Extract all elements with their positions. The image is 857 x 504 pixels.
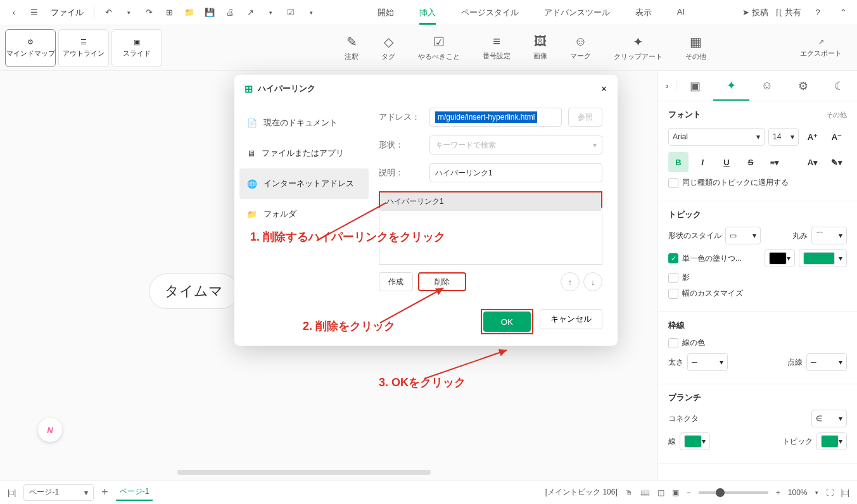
back-icon[interactable]: ‹: [5, 4, 23, 22]
help-icon[interactable]: ?: [809, 4, 827, 22]
side-tab-style[interactable]: ▣: [677, 71, 713, 101]
font-color-button[interactable]: A▾: [803, 152, 823, 172]
font-size-select[interactable]: 14▾: [768, 128, 799, 146]
d2-icon[interactable]: ▾: [302, 4, 320, 22]
connector-select[interactable]: ∈▾: [811, 410, 847, 427]
post-button[interactable]: ➤投稿: [742, 7, 768, 18]
tool-clipart[interactable]: ✦クリップアート: [614, 34, 663, 61]
sidebar-item-folder[interactable]: 📁フォルダ: [239, 199, 369, 229]
close-icon[interactable]: ✕: [600, 84, 607, 94]
align-button[interactable]: ≡▾: [765, 152, 785, 172]
underline-button[interactable]: U: [716, 152, 737, 172]
panel-left-icon[interactable]: |□|: [8, 488, 16, 497]
round-select[interactable]: ⌒▾: [811, 227, 847, 244]
sidebar-item-file-app[interactable]: 🖥ファイルまたはアプリ: [239, 138, 369, 168]
hyperlink-list[interactable]: ハイパーリンク1: [379, 191, 602, 208]
tab-start[interactable]: 開始: [378, 2, 394, 23]
tab-ai[interactable]: AI: [677, 2, 685, 23]
view-slide[interactable]: ▣スライド: [111, 29, 162, 67]
export-icon[interactable]: ↗: [241, 4, 259, 22]
zoom-dropdown-icon[interactable]: ▾: [815, 489, 818, 496]
zoom-slider[interactable]: [699, 491, 768, 494]
fill-black-swatch[interactable]: ▾: [765, 249, 795, 267]
tool-todo[interactable]: ☑やるべきこと: [418, 34, 460, 61]
redo-dropdown-icon[interactable]: ▾: [120, 4, 137, 22]
ok-button[interactable]: OK: [483, 312, 531, 332]
side-tab-moon[interactable]: ☾: [821, 71, 857, 101]
file-menu[interactable]: ファイル: [46, 7, 89, 18]
panel-right-icon[interactable]: |□|: [841, 488, 849, 497]
side-tab-ai[interactable]: ✦: [713, 71, 749, 101]
horizontal-scrollbar[interactable]: [177, 470, 431, 475]
font-more[interactable]: その他: [826, 110, 847, 120]
zoom-out-icon[interactable]: −: [687, 488, 691, 497]
d1-icon[interactable]: ▾: [262, 4, 279, 22]
sidebar-item-internet[interactable]: 🌐インターネットアドレス: [239, 168, 369, 199]
tab-advanced[interactable]: アドバンスツール: [544, 2, 610, 23]
fill-green-swatch[interactable]: ▾: [799, 249, 847, 267]
side-tab-emoji[interactable]: ☺: [749, 71, 785, 101]
share-button[interactable]: ⌈⌊共有: [776, 7, 801, 18]
address-input[interactable]: m/guide/insert-hyperlink.html: [429, 108, 562, 127]
fit-icon[interactable]: ▣: [672, 488, 679, 497]
topic-node[interactable]: タイムマ: [149, 274, 239, 309]
dotted-select[interactable]: ─▾: [806, 353, 847, 371]
view-mindmap[interactable]: ⚙マインドマップ: [5, 29, 56, 67]
cancel-button[interactable]: キャンセル: [540, 309, 602, 329]
tool-mark[interactable]: ☺マーク: [570, 34, 591, 61]
redo-icon[interactable]: ↷: [140, 4, 158, 22]
tab-view[interactable]: 表示: [635, 2, 652, 23]
font-family-select[interactable]: Arial▾: [668, 128, 765, 146]
up-button[interactable]: ↑: [561, 272, 580, 291]
two-page-icon[interactable]: ◫: [657, 488, 664, 497]
save-icon[interactable]: 💾: [201, 4, 219, 22]
tool-other[interactable]: ▦その他: [685, 34, 706, 61]
ai-fab[interactable]: N: [38, 418, 62, 442]
width-checkbox[interactable]: [668, 289, 678, 299]
tab-insert[interactable]: 挿入: [419, 2, 436, 23]
open-icon[interactable]: 📁: [181, 4, 198, 22]
undo-icon[interactable]: ↶: [99, 4, 117, 22]
branch-topic-color[interactable]: ▾: [816, 432, 847, 450]
menu-icon[interactable]: ☰: [25, 4, 43, 22]
tool-image[interactable]: 🖼画像: [533, 34, 547, 61]
branch-line-color[interactable]: ▾: [680, 432, 710, 450]
view-outline[interactable]: ☰アウトライン: [58, 29, 109, 67]
page-tab-1[interactable]: ページ-1: [116, 484, 153, 501]
fill-checkbox[interactable]: ✓: [668, 253, 678, 263]
share-icon[interactable]: ☑: [282, 4, 300, 22]
line-color-checkbox[interactable]: [668, 338, 678, 348]
highlight-button[interactable]: ✎▾: [827, 152, 847, 172]
new-icon[interactable]: ⊞: [160, 4, 178, 22]
tab-pagestyle[interactable]: ページスタイル: [461, 2, 519, 23]
mouse-icon[interactable]: 🖱: [625, 488, 633, 497]
collapse-icon[interactable]: ⌃: [834, 4, 852, 22]
tool-comment[interactable]: ✎注釈: [345, 34, 359, 61]
tool-export[interactable]: ↗エクスポート: [800, 38, 842, 58]
shadow-checkbox[interactable]: [668, 273, 678, 283]
print-icon[interactable]: 🖨: [221, 4, 239, 22]
bold-button[interactable]: B: [668, 152, 689, 172]
delete-button[interactable]: 削除: [418, 272, 466, 291]
apply-same-checkbox[interactable]: [668, 178, 678, 188]
fullscreen-icon[interactable]: ⛶: [826, 488, 834, 497]
expand-panel-icon[interactable]: ›: [658, 81, 677, 91]
zoom-in-icon[interactable]: +: [776, 488, 780, 497]
side-tab-settings[interactable]: ⚙: [785, 71, 821, 101]
tool-tag[interactable]: ◇タグ: [381, 34, 395, 61]
create-button[interactable]: 作成: [379, 272, 413, 291]
down-button[interactable]: ↓: [583, 272, 602, 291]
sidebar-item-current-doc[interactable]: 📄現在のドキュメント: [239, 108, 369, 138]
tool-numbering[interactable]: ≡番号設定: [483, 34, 511, 61]
add-page-icon[interactable]: +: [101, 486, 108, 499]
desc-input[interactable]: ハイパーリンク1: [429, 163, 602, 182]
shape-select[interactable]: ▭▾: [725, 227, 761, 244]
font-increase[interactable]: A⁺: [803, 127, 823, 147]
font-decrease[interactable]: A⁻: [827, 127, 847, 147]
shape-input[interactable]: キーワードで検索▾: [429, 135, 602, 154]
book-icon[interactable]: 📖: [640, 488, 650, 497]
page-selector[interactable]: ページ-1▾: [23, 484, 94, 501]
italic-button[interactable]: I: [692, 152, 713, 172]
strike-button[interactable]: S: [740, 152, 761, 172]
thickness-select[interactable]: ─▾: [687, 353, 728, 371]
